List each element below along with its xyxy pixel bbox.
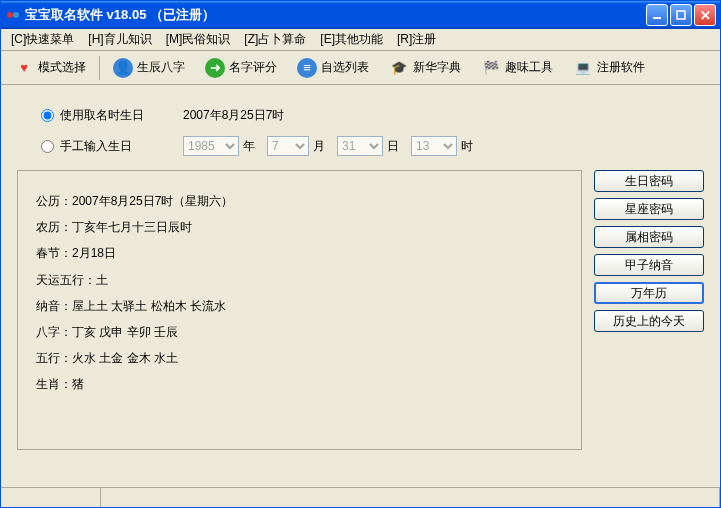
flag-icon: 🏁 bbox=[481, 58, 501, 78]
btn-today-history[interactable]: 历史上的今天 bbox=[594, 310, 704, 332]
menu-folklore[interactable]: [M]民俗知识 bbox=[160, 29, 237, 50]
info-wuxing: 五行：火水 土金 金木 水土 bbox=[36, 349, 563, 368]
status-cell-1 bbox=[1, 488, 101, 507]
tool-fun[interactable]: 🏁趣味工具 bbox=[472, 54, 562, 82]
radio-use-naming[interactable]: 使用取名时生日 bbox=[41, 107, 171, 124]
svg-point-1 bbox=[13, 12, 19, 18]
close-button[interactable]: ✕ bbox=[694, 4, 716, 26]
tool-mode[interactable]: ♥模式选择 bbox=[5, 54, 95, 82]
side-buttons: 生日密码 星座密码 属相密码 甲子纳音 万年历 历史上的今天 bbox=[594, 170, 704, 450]
svg-rect-3 bbox=[677, 11, 685, 19]
radio-use-naming-row: 使用取名时生日 2007年8月25日7时 bbox=[41, 107, 704, 124]
menu-register[interactable]: [R]注册 bbox=[391, 29, 442, 50]
toolbar: ♥模式选择 👤生辰八字 ➜名字评分 ≡自选列表 🎓新华字典 🏁趣味工具 💻注册软… bbox=[1, 51, 720, 85]
info-tianyun: 天运五行：土 bbox=[36, 271, 563, 290]
info-box: 公历：2007年8月25日7时（星期六） 农历：丁亥年七月十三日辰时 春节：2月… bbox=[17, 170, 582, 450]
maximize-button[interactable] bbox=[670, 4, 692, 26]
radio-manual-row: 手工输入生日 1985 年 7 月 31 日 13 时 bbox=[41, 136, 704, 156]
window-controls: ✕ bbox=[646, 4, 716, 26]
person-icon: 👤 bbox=[113, 58, 133, 78]
arrow-icon: ➜ bbox=[205, 58, 225, 78]
year-select[interactable]: 1985 bbox=[183, 136, 239, 156]
window-title: 宝宝取名软件 v18.05 （已注册） bbox=[25, 6, 646, 24]
hour-select[interactable]: 13 bbox=[411, 136, 457, 156]
info-spring: 春节：2月18日 bbox=[36, 244, 563, 263]
radio-use-naming-input[interactable] bbox=[41, 109, 54, 122]
menu-other[interactable]: [E]其他功能 bbox=[314, 29, 389, 50]
radio-manual-input[interactable] bbox=[41, 140, 54, 153]
info-gregorian: 公历：2007年8月25日7时（星期六） bbox=[36, 192, 563, 211]
btn-calendar[interactable]: 万年历 bbox=[594, 282, 704, 304]
heart-icon: ♥ bbox=[14, 58, 34, 78]
day-select[interactable]: 31 bbox=[337, 136, 383, 156]
month-select[interactable]: 7 bbox=[267, 136, 309, 156]
info-area: 公历：2007年8月25日7时（星期六） 农历：丁亥年七月十三日辰时 春节：2月… bbox=[17, 170, 704, 450]
svg-rect-2 bbox=[653, 17, 661, 19]
app-icon bbox=[5, 7, 21, 23]
btn-constellation-code[interactable]: 星座密码 bbox=[594, 198, 704, 220]
scholar-icon: 🎓 bbox=[389, 58, 409, 78]
svg-point-0 bbox=[7, 12, 13, 18]
manual-date-selects: 1985 年 7 月 31 日 13 时 bbox=[183, 136, 481, 156]
tool-score[interactable]: ➜名字评分 bbox=[196, 54, 286, 82]
tool-list[interactable]: ≡自选列表 bbox=[288, 54, 378, 82]
info-lunar: 农历：丁亥年七月十三日辰时 bbox=[36, 218, 563, 237]
menu-quick[interactable]: [C]快速菜单 bbox=[5, 29, 80, 50]
menu-fortune[interactable]: [Z]占卜算命 bbox=[238, 29, 312, 50]
btn-zodiac-code[interactable]: 属相密码 bbox=[594, 226, 704, 248]
titlebar: 宝宝取名软件 v18.05 （已注册） ✕ bbox=[1, 1, 720, 29]
statusbar bbox=[1, 487, 720, 507]
menu-parenting[interactable]: [H]育儿知识 bbox=[82, 29, 157, 50]
tool-register[interactable]: 💻注册软件 bbox=[564, 54, 654, 82]
menubar: [C]快速菜单 [H]育儿知识 [M]民俗知识 [Z]占卜算命 [E]其他功能 … bbox=[1, 29, 720, 51]
list-icon: ≡ bbox=[297, 58, 317, 78]
tool-bazi[interactable]: 👤生辰八字 bbox=[104, 54, 194, 82]
btn-birthday-code[interactable]: 生日密码 bbox=[594, 170, 704, 192]
naming-date-value: 2007年8月25日7时 bbox=[183, 107, 284, 124]
info-nayin: 纳音：屋上土 太驿土 松柏木 长流水 bbox=[36, 297, 563, 316]
info-zodiac: 生肖：猪 bbox=[36, 375, 563, 394]
info-bazi: 八字：丁亥 戊申 辛卯 壬辰 bbox=[36, 323, 563, 342]
tool-dict[interactable]: 🎓新华字典 bbox=[380, 54, 470, 82]
laptop-icon: 💻 bbox=[573, 58, 593, 78]
radio-manual[interactable]: 手工输入生日 bbox=[41, 138, 171, 155]
minimize-button[interactable] bbox=[646, 4, 668, 26]
status-cell-2 bbox=[101, 488, 720, 507]
btn-jiazi-nayin[interactable]: 甲子纳音 bbox=[594, 254, 704, 276]
app-window: 宝宝取名软件 v18.05 （已注册） ✕ [C]快速菜单 [H]育儿知识 [M… bbox=[0, 0, 721, 508]
content-area: 使用取名时生日 2007年8月25日7时 手工输入生日 1985 年 7 月 3… bbox=[1, 85, 720, 487]
